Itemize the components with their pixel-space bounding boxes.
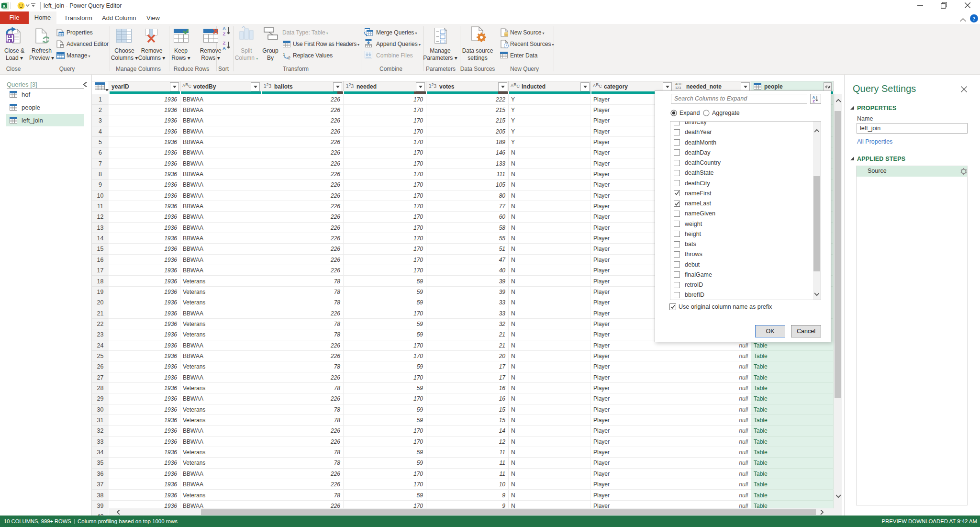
svg-text:Z: Z (813, 99, 815, 103)
svg-text:A: A (223, 45, 226, 51)
svg-text:1: 1 (283, 52, 285, 57)
svg-text:A: A (223, 26, 226, 31)
svg-text:2: 2 (288, 56, 290, 59)
svg-text:Z: Z (223, 40, 226, 45)
svg-text:X: X (2, 4, 5, 9)
svg-text:?: ? (973, 16, 976, 22)
svg-text:Z: Z (223, 31, 226, 36)
